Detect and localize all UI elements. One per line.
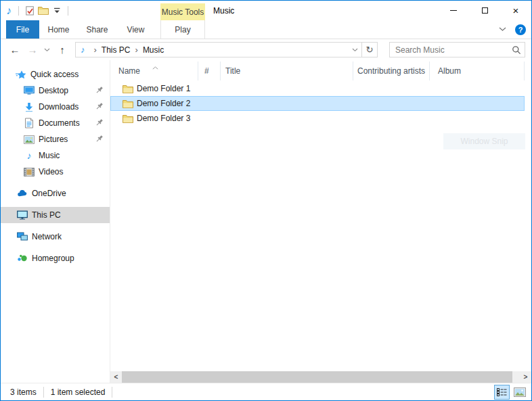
content-area: Quick access Desktop Downloads xyxy=(1,60,531,383)
file-name: Demo Folder 3 xyxy=(137,114,190,123)
sidebar-item-onedrive[interactable]: OneDrive xyxy=(1,185,110,202)
file-row-demo-folder-3[interactable]: Demo Folder 3 xyxy=(110,111,525,126)
customize-qat-button[interactable] xyxy=(50,3,64,18)
pin-icon xyxy=(95,135,104,145)
column-header-album[interactable]: Album xyxy=(430,62,525,80)
scroll-right-button[interactable]: > xyxy=(520,371,531,383)
chevron-down-icon xyxy=(499,27,506,32)
folder-icon xyxy=(123,99,133,108)
details-view-icon xyxy=(497,388,507,396)
title-bar[interactable]: ♪ Music Tools Music × xyxy=(1,1,531,20)
caption-buttons: × xyxy=(438,1,531,20)
column-label: Contributing artists xyxy=(357,66,425,76)
file-rows: Demo Folder 1 Demo Folder 2 Demo Folder … xyxy=(110,81,531,126)
column-label: Name xyxy=(118,66,140,76)
this-pc-icon xyxy=(17,210,28,220)
breadcrumb-separator: › xyxy=(94,45,97,55)
column-header-title[interactable]: Title xyxy=(221,62,353,80)
location-music-icon: ♪ xyxy=(81,45,85,55)
minimize-icon xyxy=(450,10,457,11)
quick-access-toolbar: ♪ xyxy=(6,1,72,20)
sidebar-item-pictures[interactable]: Pictures xyxy=(1,131,110,147)
sidebar-label: Network xyxy=(32,232,62,241)
scrollbar-thumb[interactable] xyxy=(122,371,512,383)
scrollbar-track[interactable] xyxy=(512,371,520,383)
tab-home[interactable]: Home xyxy=(39,20,78,39)
network-icon xyxy=(17,232,28,241)
divider xyxy=(43,387,44,398)
close-icon: × xyxy=(513,5,519,16)
sidebar-item-this-pc[interactable]: This PC xyxy=(1,207,110,223)
horizontal-scrollbar[interactable]: < > xyxy=(110,371,531,383)
collapse-ribbon-button[interactable] xyxy=(496,24,508,36)
details-view-button[interactable] xyxy=(494,385,510,400)
minimize-button[interactable] xyxy=(438,1,469,20)
tab-play[interactable]: Play xyxy=(160,20,205,39)
breadcrumb-this-pc[interactable]: This PC xyxy=(102,45,131,55)
ribbon-tab-strip: File Home Share View Play ? xyxy=(1,20,531,39)
column-header-contributing-artists[interactable]: Contributing artists xyxy=(353,62,430,80)
sidebar-label: Documents xyxy=(39,118,80,128)
thumbnail-view-icon xyxy=(514,387,526,397)
file-row-demo-folder-2[interactable]: Demo Folder 2 xyxy=(110,96,525,111)
window-snip-overlay: Window Snip xyxy=(443,133,525,149)
sidebar-item-quick-access[interactable]: Quick access xyxy=(1,66,110,82)
up-button[interactable]: ↑ xyxy=(53,39,71,60)
column-label: Album xyxy=(438,66,461,76)
tab-file[interactable]: File xyxy=(6,20,39,39)
sidebar-label: Pictures xyxy=(39,135,68,144)
sidebar-label: Downloads xyxy=(39,102,79,112)
back-button[interactable]: ← xyxy=(6,39,24,60)
back-icon: ← xyxy=(10,44,20,55)
folder-icon xyxy=(123,85,133,93)
file-row-demo-folder-1[interactable]: Demo Folder 1 xyxy=(110,81,525,96)
sidebar-item-videos[interactable]: Videos xyxy=(1,164,110,180)
properties-button[interactable] xyxy=(23,3,37,18)
contextual-tab-music-tools[interactable]: Music Tools xyxy=(160,3,205,20)
large-icons-view-button[interactable] xyxy=(512,385,527,400)
file-list-pane: Name # Title Contributing artists Album … xyxy=(110,60,531,383)
divider xyxy=(68,6,68,16)
recent-locations-button[interactable] xyxy=(41,39,52,60)
folder-icon xyxy=(123,114,133,123)
pictures-icon xyxy=(24,135,35,144)
chevron-down-icon xyxy=(352,48,358,52)
breadcrumb-music[interactable]: Music xyxy=(143,45,164,55)
close-button[interactable]: × xyxy=(500,1,531,20)
search-icon[interactable] xyxy=(508,45,525,55)
pin-icon xyxy=(95,118,104,129)
search-input[interactable] xyxy=(390,45,508,55)
status-bar: 3 items 1 item selected xyxy=(1,383,531,400)
music-note-icon: ♪ xyxy=(24,150,35,161)
refresh-button[interactable]: ↻ xyxy=(362,45,377,55)
pin-icon xyxy=(95,102,104,113)
sidebar-item-documents[interactable]: Documents xyxy=(1,115,110,131)
sidebar-label: Desktop xyxy=(39,86,68,95)
forward-button[interactable]: → xyxy=(24,39,41,60)
column-header-number[interactable]: # xyxy=(198,62,221,80)
sidebar-label: OneDrive xyxy=(32,189,66,198)
sidebar-item-homegroup[interactable]: Homegroup xyxy=(1,250,110,266)
column-headers: Name # Title Contributing artists Album xyxy=(110,62,531,80)
scroll-left-button[interactable]: < xyxy=(110,371,122,383)
tab-view[interactable]: View xyxy=(116,20,155,39)
sidebar-label: Quick access xyxy=(30,70,79,79)
documents-icon xyxy=(24,118,35,128)
up-icon: ↑ xyxy=(60,44,65,55)
onedrive-cloud-icon xyxy=(17,189,28,198)
explorer-window: ♪ Music Tools Music × File Home Share Vi… xyxy=(0,0,532,401)
new-folder-button[interactable] xyxy=(37,3,50,18)
file-name: Demo Folder 1 xyxy=(137,84,190,93)
column-header-name[interactable]: Name xyxy=(110,62,198,80)
help-button[interactable]: ? xyxy=(515,24,526,35)
sidebar-item-music[interactable]: ♪ Music xyxy=(1,147,110,164)
maximize-button[interactable] xyxy=(469,1,500,20)
sidebar-item-desktop[interactable]: Desktop xyxy=(1,82,110,99)
tab-share[interactable]: Share xyxy=(78,20,116,39)
address-dropdown-button[interactable] xyxy=(348,48,361,52)
divider xyxy=(112,387,112,398)
sidebar-item-downloads[interactable]: Downloads xyxy=(1,99,110,115)
address-bar[interactable]: ♪ › This PC › Music ↻ xyxy=(75,42,378,57)
sidebar-label: Videos xyxy=(39,167,63,176)
sidebar-item-network[interactable]: Network xyxy=(1,229,110,245)
